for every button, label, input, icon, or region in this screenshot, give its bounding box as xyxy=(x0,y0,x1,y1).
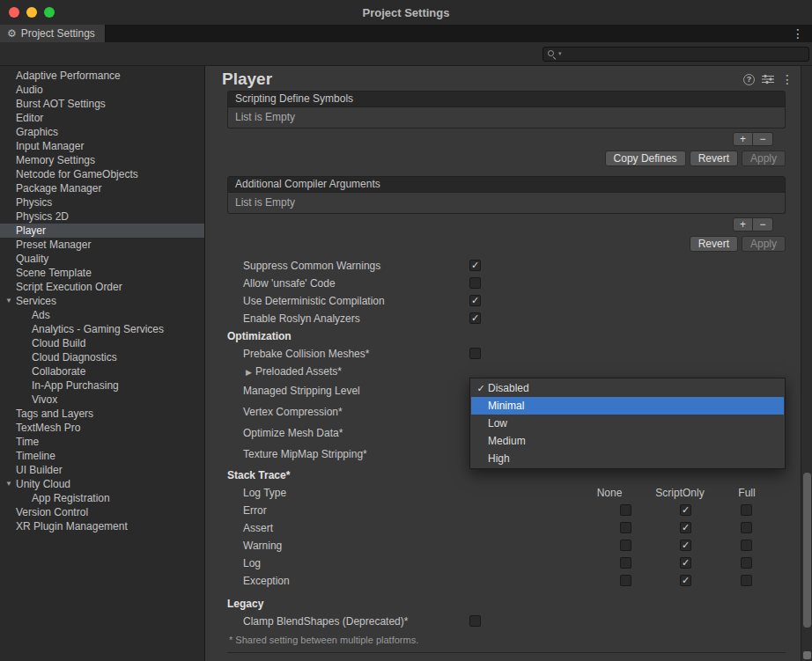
checkbox[interactable]: ✓ xyxy=(680,575,691,586)
setting-label[interactable]: ▶Preloaded Assets* xyxy=(227,365,342,378)
checkbox[interactable] xyxy=(620,575,631,586)
sidebar-item-version-control[interactable]: Version Control xyxy=(0,505,204,519)
checkbox[interactable]: ✓ xyxy=(680,540,691,551)
checkbox[interactable] xyxy=(741,522,752,533)
sidebar-item-quality[interactable]: Quality xyxy=(0,252,204,266)
sidebar-item-memory-settings[interactable]: Memory Settings xyxy=(0,153,204,167)
sidebar-item-ui-builder[interactable]: UI Builder xyxy=(0,463,204,477)
checkbox[interactable] xyxy=(469,277,481,289)
checkbox[interactable]: ✓ xyxy=(680,522,691,533)
sidebar-item-netcode-for-gameobjects[interactable]: Netcode for GameObjects xyxy=(0,167,204,181)
sidebar-item-services[interactable]: ▼Services xyxy=(0,294,204,308)
sidebar-item-graphics[interactable]: Graphics xyxy=(0,125,204,139)
checkbox[interactable]: ✓ xyxy=(680,557,691,569)
checkbox[interactable] xyxy=(741,540,752,551)
revert-arguments-button[interactable]: Revert xyxy=(690,236,738,252)
vertical-scrollbar[interactable] xyxy=(801,66,812,661)
player-settings-content: Scripting Define Symbols List is Empty +… xyxy=(227,91,786,653)
search-field[interactable]: ▾ xyxy=(543,47,809,62)
checkbox[interactable] xyxy=(469,348,481,359)
preset-sliders-icon[interactable] xyxy=(762,74,774,84)
search-input[interactable] xyxy=(566,48,804,61)
scrollbar-thumb[interactable] xyxy=(803,473,811,628)
sidebar-item-audio[interactable]: Audio xyxy=(0,83,204,97)
sidebar-item-preset-manager[interactable]: Preset Manager xyxy=(0,238,204,252)
checkbox[interactable] xyxy=(469,615,481,627)
foldout-arrow-icon[interactable]: ▶ xyxy=(246,368,252,377)
sidebar-item-xr-plugin-management[interactable]: XR Plugin Management xyxy=(0,519,204,533)
sidebar-item-physics-2d[interactable]: Physics 2D xyxy=(0,209,204,224)
menu-item-disabled[interactable]: ✓Disabled xyxy=(471,379,784,397)
list-empty-state: List is Empty xyxy=(227,107,786,129)
checkbox[interactable]: ✓ xyxy=(469,295,481,306)
sidebar-item-in-app-purchasing[interactable]: In-App Purchasing xyxy=(0,378,204,393)
sidebar-item-package-manager[interactable]: Package Manager xyxy=(0,181,204,195)
sidebar-item-player[interactable]: Player xyxy=(0,224,204,238)
copy-defines-button[interactable]: Copy Defines xyxy=(605,151,686,166)
stack-trace-columns-row: Log Type None ScriptOnly Full xyxy=(227,484,786,502)
checkbox[interactable] xyxy=(620,522,631,533)
sidebar-item-script-execution-order[interactable]: Script Execution Order xyxy=(0,280,204,294)
remove-define-button[interactable]: − xyxy=(753,132,773,146)
menu-checkmark-icon: ✓ xyxy=(474,383,488,394)
checkbox[interactable] xyxy=(741,575,752,586)
close-window-button[interactable] xyxy=(9,7,19,18)
sidebar-item-label: Ads xyxy=(32,308,50,322)
sidebar-item-label: App Registration xyxy=(32,491,110,505)
foldout-arrow-icon[interactable]: ▼ xyxy=(5,294,16,308)
tab-strip: ⚙ Project Settings ⋮ xyxy=(0,25,812,42)
checkbox[interactable]: ✓ xyxy=(469,260,481,271)
apply-arguments-button[interactable]: Apply xyxy=(742,236,786,252)
remove-argument-button[interactable]: − xyxy=(753,217,773,231)
checkbox[interactable] xyxy=(741,557,752,569)
sidebar-item-vivox[interactable]: Vivox xyxy=(0,393,204,407)
add-argument-button[interactable]: + xyxy=(733,217,753,231)
sidebar-item-cloud-diagnostics[interactable]: Cloud Diagnostics xyxy=(0,350,204,364)
sidebar-item-scene-template[interactable]: Scene Template xyxy=(0,266,204,280)
sidebar-item-editor[interactable]: Editor xyxy=(0,111,204,125)
sidebar-item-adaptive-performance[interactable]: Adaptive Performance xyxy=(0,69,204,83)
menu-item-medium[interactable]: Medium xyxy=(471,432,784,450)
tab-menu-kebab-icon[interactable]: ⋮ xyxy=(792,26,804,41)
checkbox[interactable] xyxy=(741,504,752,516)
sidebar-item-burst-aot-settings[interactable]: Burst AOT Settings xyxy=(0,97,204,111)
scripting-define-symbols-list: Scripting Define Symbols List is Empty +… xyxy=(227,91,786,166)
sidebar-item-app-registration[interactable]: App Registration xyxy=(0,491,204,505)
apply-defines-button[interactable]: Apply xyxy=(742,151,786,166)
foldout-arrow-icon[interactable]: ▼ xyxy=(5,477,16,491)
sidebar-item-collaborate[interactable]: Collaborate xyxy=(0,364,204,378)
tab-project-settings[interactable]: ⚙ Project Settings xyxy=(0,25,106,42)
add-define-button[interactable]: + xyxy=(733,132,753,146)
checkbox[interactable] xyxy=(620,540,631,551)
sidebar-item-ads[interactable]: Ads xyxy=(0,308,204,322)
help-icon[interactable]: ? xyxy=(743,74,755,85)
sidebar-item-cloud-build[interactable]: Cloud Build xyxy=(0,336,204,350)
checkbox[interactable] xyxy=(620,504,631,516)
sidebar-item-input-manager[interactable]: Input Manager xyxy=(0,139,204,153)
sidebar-item-unity-cloud[interactable]: ▼Unity Cloud xyxy=(0,477,204,491)
zoom-window-button[interactable] xyxy=(44,7,55,18)
sidebar-item-timeline[interactable]: Timeline xyxy=(0,449,204,463)
sidebar-item-analytics-gaming-services[interactable]: Analytics - Gaming Services xyxy=(0,322,204,336)
menu-item-label: Low xyxy=(488,417,507,430)
checkbox[interactable] xyxy=(620,557,631,569)
menu-item-high[interactable]: High xyxy=(471,450,784,467)
search-filter-caret-icon[interactable]: ▾ xyxy=(558,50,562,57)
sidebar-item-physics[interactable]: Physics xyxy=(0,195,204,209)
sidebar-item-label: Physics 2D xyxy=(16,209,69,224)
stack-trace-row-assert: Assert✓ xyxy=(227,519,786,537)
checkbox[interactable]: ✓ xyxy=(469,312,481,324)
sidebar-item-time[interactable]: Time xyxy=(0,435,204,449)
sidebar-item-textmesh-pro[interactable]: TextMesh Pro xyxy=(0,421,204,435)
sidebar-item-label: XR Plugin Management xyxy=(16,519,128,533)
minimize-window-button[interactable] xyxy=(26,7,37,18)
panel-header: Player ? ⋮ xyxy=(205,66,801,91)
gear-icon: ⚙ xyxy=(7,27,17,40)
menu-item-low[interactable]: Low xyxy=(471,415,784,432)
setting-row-suppress-common-warnings: Suppress Common Warnings✓ xyxy=(227,257,786,275)
sidebar-item-tags-and-layers[interactable]: Tags and Layers xyxy=(0,407,204,421)
panel-menu-kebab-icon[interactable]: ⋮ xyxy=(781,72,794,86)
revert-defines-button[interactable]: Revert xyxy=(690,151,738,166)
checkbox[interactable]: ✓ xyxy=(680,504,691,516)
menu-item-minimal[interactable]: Minimal xyxy=(471,397,784,415)
